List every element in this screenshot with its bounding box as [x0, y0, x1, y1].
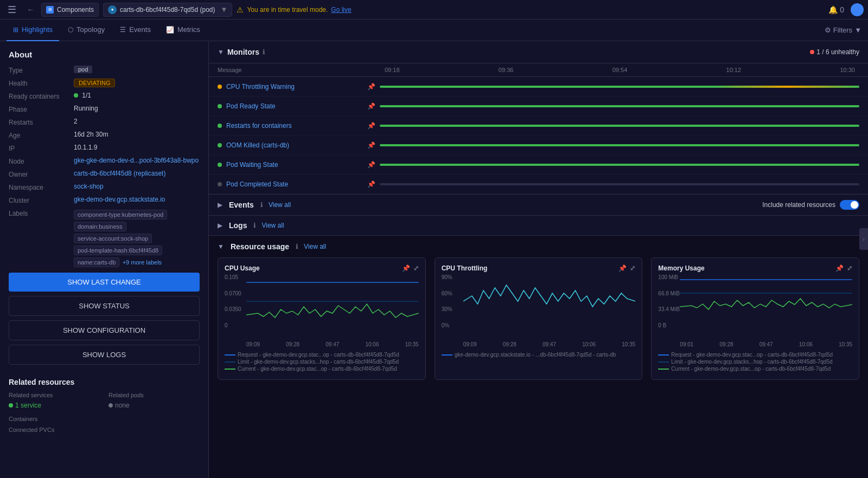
include-related-toggle[interactable] [840, 200, 859, 210]
phase-label: Phase [9, 105, 74, 113]
events-header: ▶ Events ℹ View all Include related reso… [218, 200, 859, 210]
ready-dot-icon [74, 93, 78, 98]
monitor-pin-1[interactable]: 📌 [367, 102, 375, 110]
type-value: pod [74, 66, 200, 73]
containers-row: Containers [9, 416, 200, 422]
monitor-name-5[interactable]: Pod Completed State [226, 180, 367, 188]
memory-chart-icons: 📌 ⤢ [835, 264, 852, 272]
events-tab-icon: ☰ [120, 26, 126, 34]
label-tag-0: component-type:kubernetes-pod [74, 210, 167, 219]
pods-dot-icon [108, 403, 113, 408]
resource-section: ▼ Resource usage ℹ View all CPU Usage 📌 … [209, 236, 868, 386]
monitor-name-2[interactable]: Restarts for containers [226, 122, 367, 130]
owner-value: carts-db-6bcf4f45d8 (replicaset) [74, 170, 200, 177]
include-related: Include related resources [762, 200, 859, 210]
memory-legend-line-2 [658, 369, 669, 370]
monitor-name-1[interactable]: Pod Ready State [226, 102, 367, 110]
cpu-y-labels: 0.105 0.0700 0.0350 0 [225, 274, 246, 328]
throttle-expand-icon[interactable]: ⤢ [630, 264, 635, 272]
monitor-name-4[interactable]: Pod Waiting State [226, 161, 367, 169]
more-labels-link[interactable]: +9 more labels [123, 259, 162, 266]
filters-button[interactable]: ⚙ Filters ▼ [825, 26, 861, 34]
expand-icon[interactable]: ⤢ [413, 264, 419, 272]
memory-expand-icon[interactable]: ⤢ [847, 264, 852, 272]
logs-view-all[interactable]: View all [261, 222, 284, 229]
topology-label: Topology [76, 25, 105, 34]
menu-button[interactable]: ☰ [4, 2, 20, 17]
events-info-icon[interactable]: ℹ [260, 201, 263, 209]
user-avatar[interactable] [851, 3, 864, 16]
service-item[interactable]: 1 service [9, 402, 100, 409]
navtabs: ⊞ Highlights ⬡ Topology ☰ Events 📈 Metri… [0, 20, 868, 41]
about-title: About [9, 50, 200, 59]
memory-pin-icon[interactable]: 📌 [835, 264, 844, 272]
tab-events[interactable]: ☰ Events [113, 20, 157, 41]
show-logs-button[interactable]: SHOW LOGS [9, 345, 200, 365]
pod-selector[interactable]: ● carts-db-6bcf4f45d8-7qd5d (pod) ▼ [103, 3, 232, 17]
collapse-panel-button[interactable]: › [859, 228, 868, 250]
logs-info-icon[interactable]: ℹ [253, 222, 256, 229]
tab-topology[interactable]: ⬡ Topology [61, 20, 111, 41]
tab-highlights[interactable]: ⊞ Highlights [7, 20, 59, 41]
throttle-legend: gke-demo-dev.gcp.stackstate.io - ...db-6… [442, 352, 636, 358]
timeline-bar-2 [380, 125, 859, 127]
monitor-row-5: Pod Completed State 📌 [209, 175, 868, 194]
throttle-pin-icon[interactable]: 📌 [618, 264, 627, 272]
events-chevron-icon[interactable]: ▶ [218, 201, 222, 209]
timeline-bar-4 [380, 164, 859, 166]
include-related-label: Include related resources [762, 201, 835, 209]
resource-title: Resource usage [231, 242, 289, 251]
monitor-timeline-5 [380, 183, 859, 185]
field-ip: IP 10.1.1.9 [9, 144, 200, 152]
node-label: Node [9, 157, 74, 165]
show-last-change-button[interactable]: SHOW LAST CHANGE [9, 273, 200, 292]
field-cluster: Cluster gke-demo-dev.gcp.stackstate.io [9, 196, 200, 204]
monitor-name-0[interactable]: CPU Throttling Warning [226, 83, 367, 91]
legend-line-0 [225, 354, 235, 356]
monitor-pin-4[interactable]: 📌 [367, 161, 375, 169]
containers-label: Containers [9, 416, 200, 422]
monitor-timeline-0 [380, 86, 859, 88]
topbar: ☰ ← ⊞ Components ● carts-db-6bcf4f45d8-7… [0, 0, 868, 20]
monitor-timeline-1 [380, 105, 859, 107]
resource-view-all[interactable]: View all [304, 243, 326, 250]
monitor-row-3: OOM Killed (carts-db) 📌 [209, 135, 868, 155]
monitors-column-headers: Message 09:18 09:36 09:54 10:12 10:30 [209, 63, 868, 77]
monitor-pin-0[interactable]: 📌 [367, 83, 375, 91]
memory-x-labels: 09:01 09:28 09:47 10:06 10:35 [658, 341, 852, 347]
breadcrumb-components[interactable]: ⊞ Components [41, 3, 99, 17]
throttle-y-labels: 90% 60% 30% 0% [442, 274, 463, 328]
monitor-pin-2[interactable]: 📌 [367, 122, 375, 130]
labels-value: component-type:kubernetes-pod domain:bus… [74, 209, 200, 268]
logs-chevron-icon[interactable]: ▶ [218, 222, 222, 229]
resource-info-icon[interactable]: ℹ [296, 243, 298, 250]
events-view-all[interactable]: View all [269, 201, 291, 209]
resource-chevron-icon[interactable]: ▼ [218, 243, 224, 250]
memory-legend: Request - gke-demo-dev.gcp.stac...op - c… [658, 352, 852, 372]
monitor-pin-3[interactable]: 📌 [367, 141, 375, 149]
cpu-throttling-area: 90% 60% 30% 0% [442, 274, 636, 339]
travel-text: You are in time travel mode. [247, 6, 328, 14]
namespace-label: Namespace [9, 183, 74, 191]
notifications-icon[interactable]: 🔔 0 [828, 5, 844, 14]
pin-icon[interactable]: 📌 [402, 264, 410, 272]
throttle-x-labels: 09:09 09:28 09:47 10:06 10:35 [442, 341, 636, 347]
related-cols: Related services 1 service Related pods … [9, 392, 200, 409]
pods-col-title: Related pods [108, 392, 200, 398]
show-status-button[interactable]: SHOW STATUS [9, 296, 200, 316]
monitors-info-icon[interactable]: ℹ [263, 48, 265, 56]
collapse-arrow-icon: › [863, 236, 864, 242]
show-configuration-button[interactable]: SHOW CONFIGURATION [9, 320, 200, 340]
memory-y-labels: 100 MiB 66.8 MiB 33.4 MiB 0 B [658, 274, 680, 328]
tab-metrics[interactable]: 📈 Metrics [159, 20, 207, 41]
monitor-dot-3 [218, 143, 222, 147]
monitor-name-3[interactable]: OOM Killed (carts-db) [226, 141, 367, 149]
monitor-pin-5[interactable]: 📌 [367, 180, 375, 188]
memory-usage-title: Memory Usage 📌 ⤢ [658, 264, 852, 272]
main-layout: About Type pod Health DEVIATING Ready co… [0, 41, 868, 478]
monitor-timeline-3 [380, 144, 859, 146]
go-live-link[interactable]: Go live [331, 6, 351, 14]
monitors-chevron-icon[interactable]: ▼ [218, 48, 224, 56]
cpu-usage-chart: CPU Usage 📌 ⤢ 0.105 0.0700 0.0350 0 [218, 257, 426, 380]
back-button[interactable]: ← [24, 3, 37, 16]
